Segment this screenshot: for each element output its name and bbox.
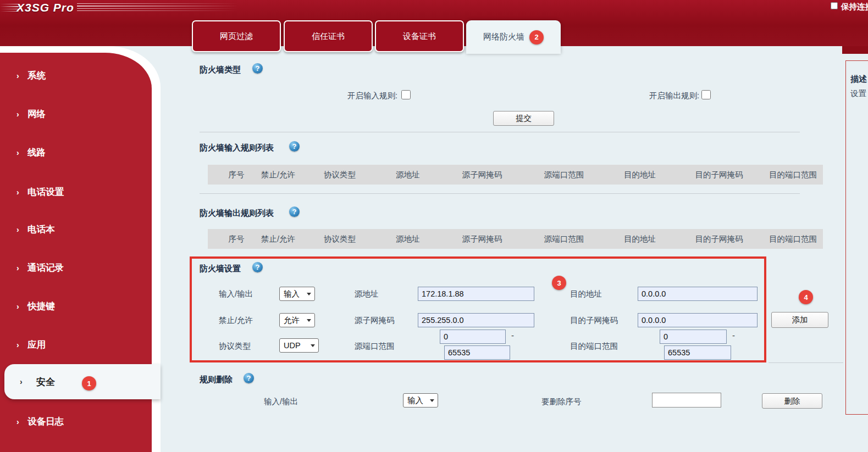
delete-serial-input[interactable] (652, 393, 721, 408)
column-header: 禁止/允许 (252, 234, 305, 244)
step-2-badge: 2 (529, 30, 544, 44)
help-icon[interactable] (244, 373, 254, 383)
chevron-down-icon (430, 399, 434, 402)
input-rules-header-row: 序号 禁止/允许 协议类型 源地址 源子网掩码 源端口范围 目的地址 目的子网掩… (208, 165, 823, 185)
chevron-right-icon: › (16, 302, 19, 311)
delete-serial-label: 要删除序号 (541, 397, 582, 407)
main-content-area (161, 46, 868, 452)
output-rules-title: 防火墙输出规则列表 (200, 208, 274, 219)
description-panel-text: 设置 (850, 88, 868, 99)
column-header: 协议类型 (305, 170, 375, 180)
keep-online-checkbox[interactable] (831, 2, 838, 9)
range-separator: - (732, 331, 735, 340)
tab-label: 信任证书 (312, 31, 345, 42)
protocol-select[interactable]: UDP (279, 338, 319, 353)
sidebar-item-application[interactable]: › 应用 (0, 338, 152, 351)
delete-direction-select[interactable]: 输入 (403, 393, 438, 408)
description-panel-title: 描述 (850, 74, 868, 85)
column-header: 源子网掩码 (441, 234, 523, 244)
deny-permit-select[interactable]: 允许 (279, 313, 315, 327)
chevron-right-icon: › (16, 148, 19, 157)
tab-label: 设备证书 (403, 31, 436, 42)
dst-addr-label: 目的地址 (570, 289, 602, 299)
direction-select-value: 输入 (284, 289, 300, 299)
chevron-right-icon: › (16, 188, 19, 197)
enable-input-rules-label: 开启输入规则: (309, 91, 397, 101)
sidebar-item-device-log[interactable]: › 设备日志 (0, 415, 152, 428)
tab-web-filter[interactable]: 网页过滤 (192, 20, 281, 52)
dst-addr-input[interactable] (638, 287, 758, 301)
help-icon[interactable] (252, 63, 263, 74)
tab-device-certificates[interactable]: 设备证书 (375, 20, 464, 52)
column-header: 目的子网掩码 (675, 234, 763, 244)
column-header: 源地址 (375, 234, 441, 244)
protocol-label: 协议类型 (219, 341, 251, 351)
tab-trust-certificates[interactable]: 信任证书 (284, 20, 373, 52)
sidebar-item-function-key[interactable]: › 快捷键 (0, 300, 152, 313)
src-addr-label: 源地址 (355, 289, 379, 299)
enable-input-rules-checkbox[interactable] (401, 90, 411, 99)
sidebar-item-system[interactable]: › 系统 (0, 69, 152, 82)
chevron-down-icon (307, 319, 311, 322)
chevron-right-icon: › (20, 377, 23, 386)
sidebar-item-line[interactable]: › 线路 (0, 146, 152, 159)
column-header: 序号 (221, 170, 252, 180)
logo-speedlines-right-icon (77, 3, 253, 12)
column-header: 目的端口范围 (763, 170, 823, 180)
src-addr-input[interactable] (418, 287, 534, 301)
column-header: 目的地址 (605, 234, 675, 244)
add-button[interactable]: 添加 (771, 312, 828, 328)
column-header: 序号 (221, 234, 252, 244)
src-mask-label: 源子网掩码 (355, 315, 395, 326)
chevron-right-icon: › (16, 110, 19, 119)
tab-network-firewall[interactable]: 网络防火墙 2 (466, 20, 561, 54)
column-header: 禁止/允许 (252, 170, 305, 180)
protocol-select-value: UDP (284, 341, 301, 350)
column-header: 协议类型 (305, 234, 375, 244)
sidebar-item-phone-settings[interactable]: › 电话设置 (0, 186, 152, 199)
chevron-right-icon: › (16, 71, 19, 80)
column-header: 源端口范围 (523, 170, 605, 180)
deny-permit-label: 禁止/允许 (219, 315, 253, 326)
sidebar-item-label: 快捷键 (27, 300, 55, 313)
delete-direction-select-value: 输入 (407, 395, 423, 406)
dst-port-start-input[interactable] (660, 330, 727, 344)
column-header: 目的地址 (605, 170, 675, 180)
sidebar-item-call-log[interactable]: › 通话记录 (0, 261, 152, 275)
delete-button[interactable]: 删除 (762, 393, 822, 409)
enable-output-rules-checkbox[interactable] (701, 90, 711, 99)
chevron-down-icon (311, 344, 315, 347)
deny-permit-select-value: 允许 (284, 315, 300, 326)
sidebar-item-phonebook[interactable]: › 电话本 (0, 223, 152, 236)
dst-mask-input[interactable] (638, 313, 758, 327)
sidebar-item-network[interactable]: › 网络 (0, 108, 152, 121)
rule-delete-title: 规则删除 (200, 375, 233, 385)
dst-port-end-input[interactable] (664, 345, 731, 360)
column-header: 源端口范围 (523, 234, 605, 244)
sidebar-item-label: 安全 (36, 376, 55, 388)
column-header: 目的端口范围 (763, 234, 823, 244)
src-port-start-input[interactable] (440, 330, 506, 344)
input-rules-title: 防火墙输入规则列表 (200, 143, 274, 153)
src-mask-input[interactable] (418, 313, 534, 327)
divider (200, 193, 800, 194)
help-icon[interactable] (252, 262, 263, 272)
sidebar-item-label: 应用 (27, 339, 46, 351)
firewall-type-title: 防火墙类型 (200, 65, 241, 75)
help-icon[interactable] (289, 207, 300, 217)
chevron-right-icon: › (16, 225, 19, 234)
direction-select[interactable]: 输入 (279, 287, 315, 301)
app-logo: X3SG Pro (16, 1, 74, 14)
dst-port-range-label: 目的端口范围 (570, 341, 618, 351)
submit-button[interactable]: 提交 (493, 111, 554, 126)
src-port-end-input[interactable] (444, 345, 510, 360)
chevron-right-icon: › (16, 417, 19, 426)
column-header: 源地址 (375, 170, 441, 180)
sidebar-item-label: 系统 (27, 70, 46, 82)
tab-label: 网页过滤 (220, 31, 253, 42)
direction-label: 输入/输出 (219, 289, 253, 299)
sidebar-item-label: 通话记录 (27, 262, 64, 274)
help-icon[interactable] (289, 141, 300, 152)
sidebar-item-label: 线路 (27, 147, 46, 159)
tab-label: 网络防火墙 (483, 32, 524, 42)
